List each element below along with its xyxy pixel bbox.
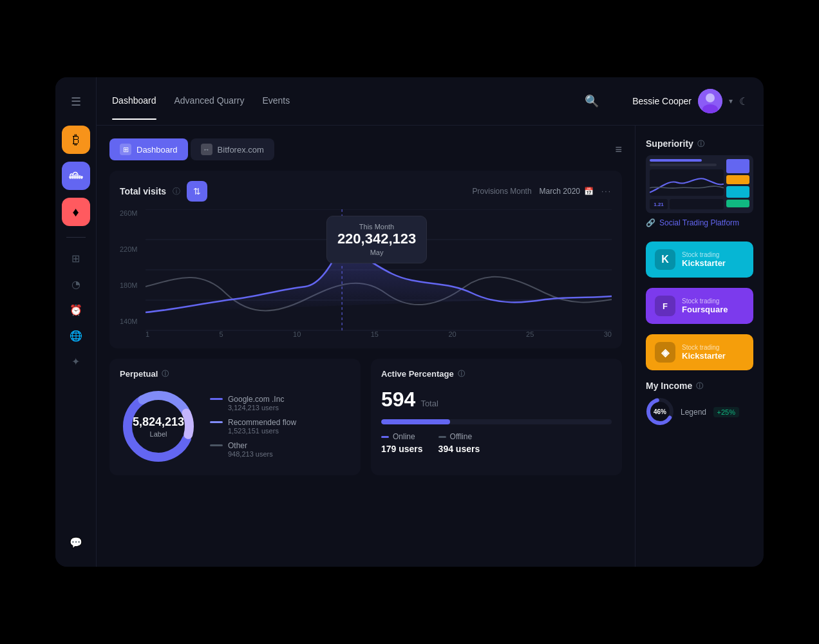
kickstarter-icon-2: ◈ bbox=[655, 342, 675, 363]
user-section: Bessie Cooper ▾ ☾ bbox=[632, 89, 748, 113]
trading-card-kickstarter-2[interactable]: ◈ Stock trading Kickstarter bbox=[646, 334, 753, 370]
trading-card-label-1: Stock trading bbox=[682, 251, 726, 258]
sidebar-bottom: 💬 bbox=[64, 531, 88, 554]
legend-line-recommended bbox=[210, 421, 223, 423]
perpetual-legend: Google.com .Inc 3,124,213 users Recommen… bbox=[210, 395, 350, 458]
y-label-180: 180M bbox=[120, 281, 146, 289]
link-icon: 🔗 bbox=[646, 218, 655, 227]
superiority-section: Superiority ⓘ bbox=[646, 138, 753, 231]
hamburger-icon[interactable]: ☰ bbox=[64, 90, 88, 113]
donut-center: 5,824,213 Label bbox=[133, 415, 184, 438]
chart-info-icon[interactable]: ⓘ bbox=[173, 186, 180, 197]
sidebar-nav-globe[interactable]: 🌐 bbox=[64, 324, 88, 347]
online-label: Online bbox=[393, 432, 415, 441]
legend-name-google: Google.com .Inc bbox=[228, 395, 284, 404]
my-income-title: My Income ⓘ bbox=[646, 381, 753, 391]
sidebar-nav-grid[interactable]: ⊞ bbox=[64, 247, 88, 270]
main-content: Dashboard Advanced Quarry Events 🔍 Bessi… bbox=[97, 77, 764, 567]
nav-events[interactable]: Events bbox=[262, 95, 290, 107]
legend-line-google bbox=[210, 398, 223, 400]
income-percent: 46% bbox=[654, 408, 666, 415]
x-label-5: 5 bbox=[220, 330, 223, 338]
legend-count-google: 3,124,213 users bbox=[228, 404, 284, 412]
search-icon[interactable]: 🔍 bbox=[585, 94, 599, 108]
income-info-icon[interactable]: ⓘ bbox=[696, 381, 703, 391]
calendar-icon[interactable]: 📅 bbox=[584, 187, 594, 196]
active-label: Total bbox=[420, 399, 438, 408]
y-label-140: 140M bbox=[120, 317, 146, 325]
sidebar-nav-section: ⊞ ◔ ⏰ 🌐 ✦ bbox=[64, 247, 88, 373]
social-trading-label: Social Trading Platform bbox=[659, 218, 739, 227]
trading-card-label-3: Stock trading bbox=[682, 344, 726, 351]
active-title: Active Percentage ⓘ bbox=[381, 369, 612, 379]
svg-rect-6 bbox=[81, 176, 82, 179]
stat-offline: Offline 394 users bbox=[438, 432, 480, 454]
moon-icon[interactable]: ☾ bbox=[739, 95, 748, 108]
chart-header: Total visits ⓘ ⇅ Provisions Month March … bbox=[120, 181, 612, 202]
progress-bar bbox=[381, 419, 612, 424]
trading-card-foursquare[interactable]: F Stock trading Foursquare bbox=[646, 288, 753, 324]
trading-card-kickstarter-1[interactable]: K Stock trading Kickstarter bbox=[646, 242, 753, 278]
superiority-title: Superiority ⓘ bbox=[646, 138, 753, 149]
chart-sort-button[interactable]: ⇅ bbox=[187, 181, 207, 202]
social-trading-link[interactable]: 🔗 Social Trading Platform bbox=[646, 218, 753, 227]
legend-count-other: 948,213 users bbox=[228, 450, 273, 458]
tab-dashboard-icon: ⊞ bbox=[120, 144, 131, 155]
sidebar-item-airbnb[interactable]: ♦ bbox=[62, 198, 90, 226]
perpetual-info-icon[interactable]: ⓘ bbox=[162, 369, 169, 379]
online-dot bbox=[381, 436, 389, 438]
sidebar: ☰ ₿ ♦ ⊞ ◔ ⏰ 🌐 ✦ 💬 bbox=[55, 77, 97, 567]
sidebar-nav-time[interactable]: ⏰ bbox=[64, 298, 88, 321]
chevron-down-icon[interactable]: ▾ bbox=[729, 97, 733, 106]
donut-value: 5,824,213 bbox=[133, 415, 184, 429]
active-info-icon[interactable]: ⓘ bbox=[458, 369, 465, 379]
income-section: My Income ⓘ 46% Legend bbox=[646, 381, 753, 426]
income-legend-text: Legend +25% bbox=[681, 406, 739, 417]
active-panel: Active Percentage ⓘ 594 Total bbox=[371, 359, 622, 475]
donut-label: Label bbox=[133, 430, 184, 438]
sidebar-nav-clock[interactable]: ◔ bbox=[64, 272, 88, 296]
tooltip-month: May bbox=[337, 249, 416, 256]
active-number: 594 bbox=[381, 388, 415, 412]
chart-more-button[interactable]: ··· bbox=[601, 187, 612, 196]
trading-card-name-3: Kickstarter bbox=[682, 351, 726, 361]
superiority-info-icon[interactable]: ⓘ bbox=[697, 139, 704, 149]
tab-bitforex-icon: ↔ bbox=[201, 144, 212, 155]
perpetual-title: Perpetual ⓘ bbox=[120, 369, 350, 379]
x-label-20: 20 bbox=[448, 330, 456, 338]
y-label-260: 260M bbox=[120, 209, 146, 217]
top-nav: Dashboard Advanced Quarry Events 🔍 Bessi… bbox=[97, 77, 764, 126]
tab-menu-button[interactable]: ≡ bbox=[615, 143, 622, 156]
superiority-preview: 1.21 bbox=[646, 155, 753, 213]
tab-bitforex[interactable]: ↔ Bitforex.com bbox=[191, 138, 274, 160]
svg-rect-1 bbox=[71, 175, 73, 179]
tab-dashboard[interactable]: ⊞ Dashboard bbox=[109, 138, 188, 160]
income-legend-label: Legend bbox=[681, 408, 706, 417]
center-panel: ⊞ Dashboard ↔ Bitforex.com ≡ Total visit… bbox=[97, 126, 635, 567]
tooltip-label: This Month bbox=[337, 223, 416, 231]
chart-section: Total visits ⓘ ⇅ Provisions Month March … bbox=[109, 171, 622, 348]
sidebar-item-bitcoin[interactable]: ₿ bbox=[62, 126, 90, 154]
chat-icon[interactable]: 💬 bbox=[64, 531, 88, 554]
online-indicator: Online bbox=[381, 432, 423, 441]
chart-area: 260M 220M 180M 140M This Month 220,342,1… bbox=[120, 209, 612, 338]
nav-advanced-quarry[interactable]: Advanced Quarry bbox=[174, 95, 245, 107]
income-badge: +25% bbox=[713, 407, 739, 417]
sidebar-divider bbox=[66, 237, 86, 238]
perpetual-panel: Perpetual ⓘ bbox=[109, 359, 361, 475]
legend-item-other: Other 948,213 users bbox=[210, 441, 350, 458]
sidebar-item-soundcloud[interactable] bbox=[62, 162, 90, 190]
sidebar-nav-settings[interactable]: ✦ bbox=[64, 350, 88, 373]
content-area: ⊞ Dashboard ↔ Bitforex.com ≡ Total visit… bbox=[97, 126, 764, 567]
avatar bbox=[698, 89, 722, 113]
trading-card-text-3: Stock trading Kickstarter bbox=[682, 344, 726, 361]
offline-label: Offline bbox=[450, 432, 472, 441]
trading-card-text-2: Stock trading Foursquare bbox=[682, 298, 728, 314]
trading-card-name-2: Foursquare bbox=[682, 305, 728, 314]
income-donut-chart: 46% bbox=[646, 397, 674, 426]
tab-dashboard-label: Dashboard bbox=[136, 145, 178, 155]
income-content: 46% Legend +25% bbox=[646, 397, 753, 426]
nav-dashboard[interactable]: Dashboard bbox=[112, 95, 156, 107]
legend-name-other: Other bbox=[228, 441, 273, 450]
svg-rect-4 bbox=[77, 175, 79, 179]
